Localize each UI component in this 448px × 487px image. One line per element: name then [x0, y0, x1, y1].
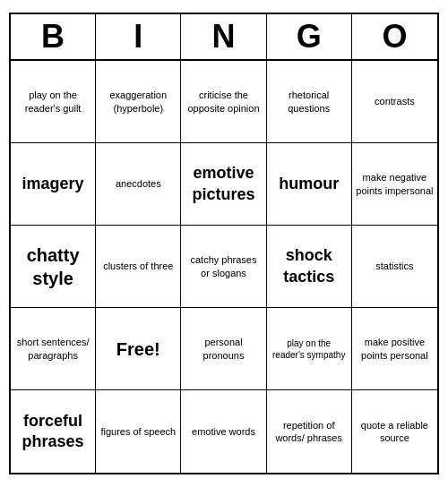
bingo-cell-10: chatty style — [11, 226, 96, 308]
bingo-cell-6: anecdotes — [96, 143, 181, 226]
bingo-cell-12: catchy phrases or slogans — [181, 226, 266, 308]
bingo-cell-8: humour — [267, 143, 352, 226]
bingo-card: BINGO play on the reader's guiltexaggera… — [9, 13, 439, 474]
bingo-cell-9: make negative points impersonal — [352, 143, 437, 226]
bingo-letter-g: G — [267, 14, 352, 59]
bingo-cell-1: exaggeration (hyperbole) — [96, 61, 181, 143]
bingo-letter-i: I — [96, 14, 181, 59]
bingo-cell-2: criticise the opposite opinion — [181, 61, 266, 143]
bingo-cell-19: make positive points personal — [352, 308, 437, 390]
bingo-header: BINGO — [11, 14, 437, 61]
bingo-cell-18: play on the reader's sympathy — [267, 308, 352, 390]
bingo-letter-b: B — [11, 14, 96, 59]
bingo-cell-5: imagery — [11, 143, 96, 226]
bingo-cell-23: repetition of words/ phrases — [267, 390, 352, 473]
bingo-cell-15: short sentences/ paragraphs — [11, 308, 96, 390]
bingo-cell-3: rhetorical questions — [267, 61, 352, 143]
bingo-letter-n: N — [181, 14, 266, 59]
bingo-cell-7: emotive pictures — [181, 143, 266, 226]
bingo-cell-21: figures of speech — [96, 390, 181, 473]
bingo-grid: play on the reader's guiltexaggeration (… — [11, 61, 437, 473]
bingo-letter-o: O — [352, 14, 437, 59]
bingo-cell-17: personal pronouns — [181, 308, 266, 390]
bingo-cell-13: shock tactics — [267, 226, 352, 308]
bingo-cell-16: Free! — [96, 308, 181, 390]
bingo-cell-22: emotive words — [181, 390, 266, 473]
bingo-cell-24: quote a reliable source — [352, 390, 437, 473]
bingo-cell-11: clusters of three — [96, 226, 181, 308]
bingo-cell-20: forceful phrases — [11, 390, 96, 473]
bingo-cell-4: contrasts — [352, 61, 437, 143]
bingo-cell-0: play on the reader's guilt — [11, 61, 96, 143]
bingo-cell-14: statistics — [352, 226, 437, 308]
